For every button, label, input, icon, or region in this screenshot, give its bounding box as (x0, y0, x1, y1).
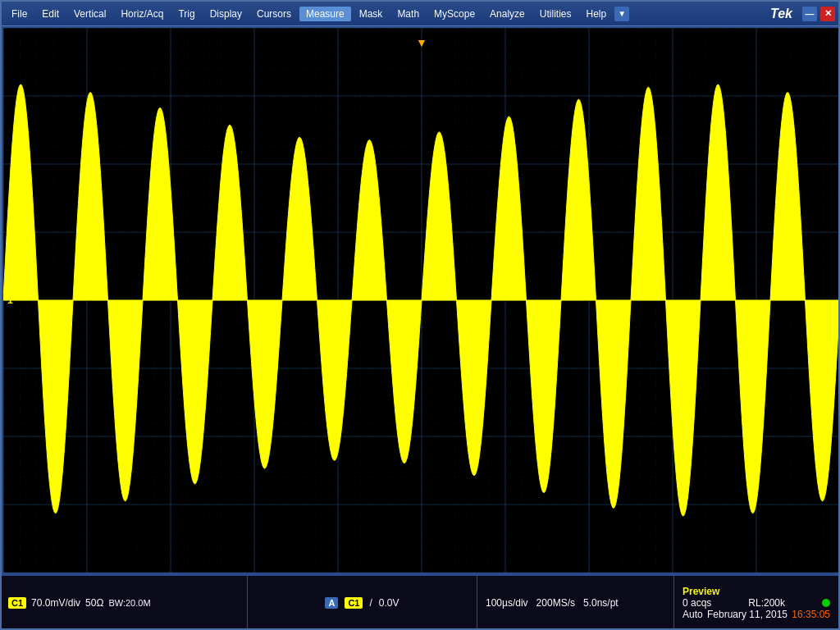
acq-date: February 11, 2015 (707, 609, 788, 620)
acq-time: 16:35:05 (792, 609, 830, 620)
time-div: 100µs/div (486, 597, 528, 609)
menu-math[interactable]: Math (390, 7, 426, 21)
status-bar: C1 70.0mV/div 50Ω BW:20.0M A C1 / 0.0V 1… (2, 574, 838, 630)
ch1-marker: 1 (7, 294, 13, 306)
ch1-badge: C1 (8, 597, 26, 609)
trig-level: 0.0V (379, 597, 399, 609)
menu-vertical[interactable]: Vertical (67, 7, 112, 21)
menu-myscope[interactable]: MyScope (427, 7, 482, 21)
acq-info-section: Preview 0 acqs RL:200k Auto February 11,… (674, 576, 838, 630)
menu-measure[interactable]: Measure (299, 7, 351, 21)
menu-trig[interactable]: Trig (171, 7, 201, 21)
menu-display[interactable]: Display (203, 7, 249, 21)
waveform-display (3, 28, 840, 573)
oscilloscope-display: ▼ 1 (2, 26, 840, 574)
trig-badge: A (325, 597, 338, 609)
titlebar: File Edit Vertical Horiz/Acq Trig Displa… (2, 2, 838, 26)
ch1-volts-div: 70.0mV/div (31, 597, 80, 609)
menu-analyze[interactable]: Analyze (483, 7, 532, 21)
close-button[interactable]: ✕ (820, 7, 835, 21)
trig-slope: / (369, 597, 372, 609)
menu-cursors[interactable]: Cursors (250, 7, 298, 21)
ch1-impedance: 50Ω (85, 597, 103, 609)
menu-mask[interactable]: Mask (353, 7, 390, 21)
menu-horizacq[interactable]: Horiz/Acq (114, 7, 170, 21)
rl-value: RL:200k (748, 597, 785, 609)
status-indicator (822, 599, 830, 607)
minimize-button[interactable]: — (802, 7, 817, 21)
acq-count: 0 acqs (682, 597, 711, 609)
menu-dropdown-arrow[interactable]: ▼ (614, 7, 629, 21)
menu-bar: File Edit Vertical Horiz/Acq Trig Displa… (5, 7, 629, 21)
trig-ch-badge: C1 (345, 597, 363, 609)
tek-logo: Tek (770, 7, 792, 21)
menu-utilities[interactable]: Utilities (533, 7, 578, 21)
menu-help[interactable]: Help (579, 7, 613, 21)
trigger-indicator: ▼ (416, 36, 427, 49)
sample-rate: 200MS/s (536, 597, 575, 609)
menu-edit[interactable]: Edit (35, 7, 66, 21)
menu-file[interactable]: File (5, 7, 34, 21)
title-controls: Tek — ✕ (770, 7, 835, 21)
preview-label: Preview (682, 586, 830, 597)
horiz-info-section: 100µs/div 200MS/s 5.0ns/pt (477, 576, 674, 630)
ch1-bw: BW:20.0M (108, 598, 150, 608)
acq-mode: Auto (682, 609, 703, 620)
sample-pt: 5.0ns/pt (583, 597, 619, 609)
trigger-info-section: A C1 / 0.0V (248, 576, 477, 630)
ch1-info-section: C1 70.0mV/div 50Ω BW:20.0M (2, 576, 248, 630)
